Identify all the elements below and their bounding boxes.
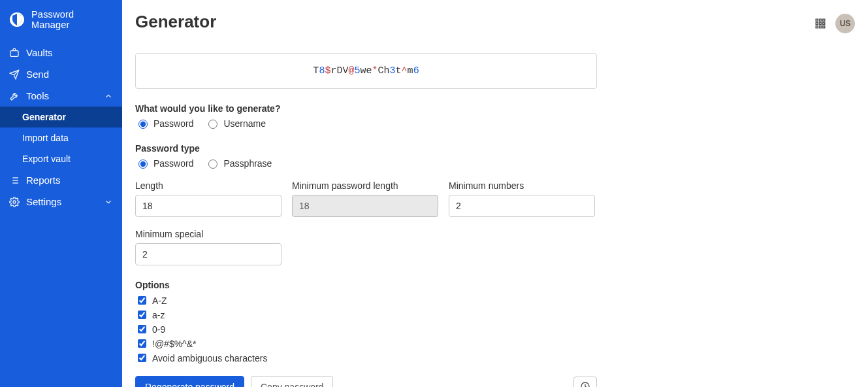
radio-label: Password xyxy=(153,118,193,129)
type-radio-group: Password Passphrase xyxy=(135,158,597,169)
sidebar-item-label: Vaults xyxy=(26,47,53,58)
topbar: Generator US xyxy=(135,9,855,37)
fields-row-2: Minimum special xyxy=(135,229,597,265)
checkbox-label: a-z xyxy=(152,310,165,320)
sidebar-item-vaults[interactable]: Vaults xyxy=(0,42,122,63)
svg-rect-15 xyxy=(816,25,818,27)
option-avoid-ambiguous[interactable]: Avoid ambiguous characters xyxy=(135,352,597,364)
option-lowercase[interactable]: a-z xyxy=(135,309,597,321)
sidebar-item-label: Settings xyxy=(26,196,61,207)
chevron-up-icon xyxy=(104,92,113,101)
checkbox-input[interactable] xyxy=(138,311,146,319)
svg-rect-9 xyxy=(816,19,818,21)
checkbox-label: !@#$%^&* xyxy=(152,339,196,349)
brand-name: Password Manager xyxy=(31,9,113,30)
send-icon xyxy=(9,69,20,80)
avatar[interactable]: US xyxy=(835,14,855,33)
checkbox-label: Avoid ambiguous characters xyxy=(152,353,267,363)
radio-label: Passphrase xyxy=(223,158,272,169)
what-radio-group: Password Username xyxy=(135,118,597,129)
min-numbers-input[interactable] xyxy=(449,195,595,217)
history-icon xyxy=(580,381,590,388)
svg-rect-17 xyxy=(823,25,825,27)
min-length-input xyxy=(292,195,438,217)
option-uppercase[interactable]: A-Z xyxy=(135,294,597,307)
sidebar-item-label: Generator xyxy=(22,112,66,122)
sidebar-item-label: Tools xyxy=(26,90,49,101)
svg-rect-13 xyxy=(820,22,822,24)
type-option-password[interactable]: Password xyxy=(135,158,193,169)
min-length-label: Minimum password length xyxy=(292,180,438,191)
radio-input[interactable] xyxy=(208,160,217,169)
sidebar-item-generator[interactable]: Generator xyxy=(0,107,122,127)
svg-rect-11 xyxy=(823,19,825,21)
checkbox-label: 0-9 xyxy=(152,324,165,335)
min-length-field-wrapper: Minimum password length xyxy=(292,180,438,217)
svg-rect-14 xyxy=(823,22,825,24)
svg-rect-12 xyxy=(816,22,818,24)
checkbox-input[interactable] xyxy=(138,354,146,362)
fields-row-1: Length Minimum password length Minimum n… xyxy=(135,180,597,217)
sidebar-item-label: Reports xyxy=(26,175,61,186)
radio-input[interactable] xyxy=(138,160,148,169)
min-special-field-wrapper: Minimum special xyxy=(135,229,281,265)
app-grid-icon[interactable] xyxy=(814,18,826,29)
checkbox-input[interactable] xyxy=(138,325,146,333)
length-input[interactable] xyxy=(135,195,281,217)
avatar-initials: US xyxy=(840,19,851,28)
what-option-password[interactable]: Password xyxy=(135,118,193,129)
brand[interactable]: Password Manager xyxy=(0,0,122,39)
button-row: Regenerate password Copy password xyxy=(135,376,597,387)
sidebar-item-import[interactable]: Import data xyxy=(0,127,122,148)
sidebar-item-export[interactable]: Export vault xyxy=(0,148,122,169)
option-digits[interactable]: 0-9 xyxy=(135,323,597,335)
sidebar-item-tools[interactable]: Tools xyxy=(0,85,122,107)
topbar-right: US xyxy=(814,14,855,33)
sidebar: Password Manager Vaults Send xyxy=(0,0,122,387)
sidebar-nav: Vaults Send Tools Generator xyxy=(0,39,122,212)
list-icon xyxy=(9,175,20,186)
sidebar-item-label: Import data xyxy=(22,133,69,143)
regenerate-button[interactable]: Regenerate password xyxy=(135,376,244,387)
svg-point-8 xyxy=(13,201,16,203)
main: Generator US T8$rDV@5we*Ch3t^m6 What wou… xyxy=(122,0,868,387)
sidebar-item-label: Send xyxy=(26,69,49,80)
checkbox-label: A-Z xyxy=(152,295,167,306)
sidebar-item-send[interactable]: Send xyxy=(0,63,122,85)
radio-label: Username xyxy=(223,118,266,129)
length-label: Length xyxy=(135,180,281,191)
option-special[interactable]: !@#$%^&* xyxy=(135,337,597,350)
options-list: A-Z a-z 0-9 !@#$%^&* Avoid ambiguous cha… xyxy=(135,294,597,364)
radio-input[interactable] xyxy=(138,120,148,129)
wrench-icon xyxy=(9,91,20,101)
content: T8$rDV@5we*Ch3t^m6 What would you like t… xyxy=(135,37,597,364)
history-button[interactable] xyxy=(573,377,597,387)
svg-rect-1 xyxy=(10,50,18,56)
checkbox-input[interactable] xyxy=(138,339,146,348)
tools-subnav: Generator Import data Export vault xyxy=(0,107,122,169)
sidebar-item-settings[interactable]: Settings xyxy=(0,191,122,212)
min-numbers-label: Minimum numbers xyxy=(449,180,595,191)
chevron-down-icon xyxy=(104,197,113,207)
min-special-input[interactable] xyxy=(135,243,281,265)
briefcase-icon xyxy=(9,48,20,58)
type-option-passphrase[interactable]: Passphrase xyxy=(205,158,272,169)
type-label: Password type xyxy=(135,143,597,154)
shield-logo-icon xyxy=(9,12,25,27)
sidebar-item-reports[interactable]: Reports xyxy=(0,169,122,191)
radio-label: Password xyxy=(153,158,193,169)
radio-input[interactable] xyxy=(208,120,217,129)
copy-button[interactable]: Copy password xyxy=(251,376,334,387)
what-option-username[interactable]: Username xyxy=(205,118,266,129)
length-field-wrapper: Length xyxy=(135,180,281,217)
svg-rect-16 xyxy=(820,25,822,27)
gear-icon xyxy=(9,197,20,207)
svg-rect-10 xyxy=(820,19,822,21)
sidebar-item-label: Export vault xyxy=(22,154,71,164)
generated-password: T8$rDV@5we*Ch3t^m6 xyxy=(135,53,597,89)
min-special-label: Minimum special xyxy=(135,229,281,239)
checkbox-input[interactable] xyxy=(138,296,146,305)
page-title: Generator xyxy=(135,12,216,32)
what-label: What would you like to generate? xyxy=(135,103,597,114)
options-label: Options xyxy=(135,280,597,290)
